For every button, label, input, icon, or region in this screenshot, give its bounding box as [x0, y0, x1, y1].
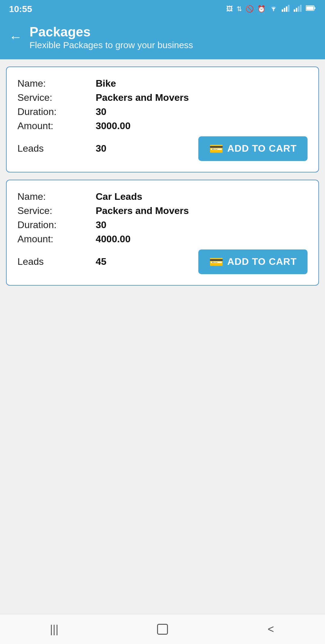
service-label-1: Service:: [17, 92, 96, 103]
home-square-icon: [157, 624, 168, 635]
amount-value-1: 3000.00: [96, 120, 131, 132]
svg-rect-10: [306, 6, 314, 10]
page-subtitle: Flexible Packages to grow your business: [29, 40, 193, 50]
no-sim-icon: 🚫: [246, 5, 254, 13]
amount-label-2: Amount:: [17, 234, 96, 245]
svg-point-0: [273, 10, 274, 11]
add-to-cart-label-1: ADD TO CART: [227, 143, 297, 154]
package-card-1: Name: Bike Service: Packers and Movers D…: [6, 67, 319, 172]
svg-rect-5: [294, 9, 295, 12]
package-info-2: Name: Car Leads Service: Packers and Mov…: [17, 191, 308, 245]
name-value-1: Bike: [96, 78, 116, 89]
duration-value-2: 30: [96, 219, 107, 231]
service-value-1: Packers and Movers: [96, 92, 189, 103]
wifi-icon: [269, 5, 278, 14]
toolbar: ← Packages Flexible Packages to grow you…: [0, 18, 325, 59]
duration-value-1: 30: [96, 106, 107, 117]
svg-rect-11: [314, 7, 315, 9]
card-bottom-row-2: Leads 45 💳 ADD TO CART: [17, 249, 308, 274]
leads-row-1: Leads 30: [17, 143, 107, 154]
duration-label-1: Duration:: [17, 106, 96, 117]
add-to-cart-button-2[interactable]: 💳 ADD TO CART: [198, 249, 308, 274]
status-icons: 🖼 ⇅ 🚫 ⏰: [226, 5, 316, 14]
name-row-2: Name: Car Leads: [17, 191, 308, 202]
cart-icon-1: 💳: [209, 143, 224, 154]
bottom-nav: ||| <: [0, 614, 325, 644]
leads-label-2: Leads: [17, 256, 96, 267]
duration-label-2: Duration:: [17, 219, 96, 231]
amount-row-2: Amount: 4000.00: [17, 234, 308, 245]
battery-icon: [306, 5, 316, 13]
page-title: Packages: [29, 24, 193, 40]
package-info-1: Name: Bike Service: Packers and Movers D…: [17, 78, 308, 132]
toolbar-title-block: Packages Flexible Packages to grow your …: [29, 24, 193, 50]
leads-value-1: 30: [96, 143, 107, 154]
packages-list: Name: Bike Service: Packers and Movers D…: [0, 59, 325, 614]
menu-nav-button[interactable]: |||: [42, 620, 66, 638]
leads-label-1: Leads: [17, 143, 96, 154]
add-to-cart-button-1[interactable]: 💳 ADD TO CART: [198, 136, 308, 161]
leads-row-2: Leads 45: [17, 256, 107, 267]
image-icon: 🖼: [226, 5, 233, 13]
name-value-2: Car Leads: [96, 191, 142, 202]
package-card-2: Name: Car Leads Service: Packers and Mov…: [6, 180, 319, 286]
alarm-icon: ⏰: [257, 5, 265, 13]
svg-rect-1: [282, 9, 283, 12]
status-time: 10:55: [9, 4, 32, 14]
svg-rect-4: [288, 5, 289, 12]
duration-row-1: Duration: 30: [17, 106, 308, 117]
svg-rect-3: [286, 6, 287, 12]
name-row-1: Name: Bike: [17, 78, 308, 89]
amount-value-2: 4000.00: [96, 234, 131, 245]
duration-row-2: Duration: 30: [17, 219, 308, 231]
svg-rect-6: [296, 8, 297, 12]
home-nav-button[interactable]: [150, 620, 175, 638]
signal-icon-2: [294, 5, 302, 14]
add-to-cart-label-2: ADD TO CART: [227, 256, 297, 267]
amount-label-1: Amount:: [17, 120, 96, 132]
back-nav-button[interactable]: <: [259, 620, 283, 638]
back-button[interactable]: ←: [9, 30, 22, 44]
service-row-2: Service: Packers and Movers: [17, 205, 308, 216]
signal-icon-1: [282, 5, 290, 14]
status-bar: 10:55 🖼 ⇅ 🚫 ⏰: [0, 0, 325, 18]
svg-rect-8: [300, 5, 302, 12]
svg-rect-2: [284, 8, 285, 12]
service-row-1: Service: Packers and Movers: [17, 92, 308, 103]
name-label-2: Name:: [17, 191, 96, 202]
card-bottom-row-1: Leads 30 💳 ADD TO CART: [17, 136, 308, 161]
leads-value-2: 45: [96, 256, 107, 267]
svg-rect-7: [298, 6, 299, 12]
service-value-2: Packers and Movers: [96, 205, 189, 216]
cart-icon-2: 💳: [209, 256, 224, 268]
sync-icon: ⇅: [237, 5, 242, 13]
service-label-2: Service:: [17, 205, 96, 216]
name-label-1: Name:: [17, 78, 96, 89]
amount-row-1: Amount: 3000.00: [17, 120, 308, 132]
